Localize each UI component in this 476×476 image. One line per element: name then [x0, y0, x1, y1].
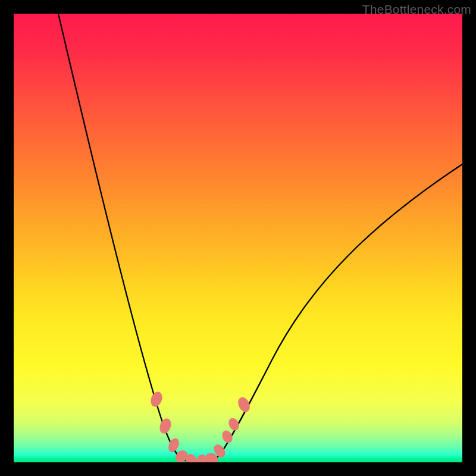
curve-marker	[158, 417, 173, 436]
marker-group	[149, 390, 252, 462]
curve-marker	[220, 429, 234, 445]
curve-group	[58, 14, 462, 461]
curve-marker	[149, 390, 164, 409]
curve-marker	[227, 416, 241, 433]
curve-marker	[236, 395, 252, 414]
watermark-text: TheBottleneck.com	[362, 2, 471, 17]
left-curve	[58, 14, 189, 461]
right-curve	[209, 164, 462, 461]
chart-frame	[14, 14, 462, 462]
chart-svg	[14, 14, 462, 462]
